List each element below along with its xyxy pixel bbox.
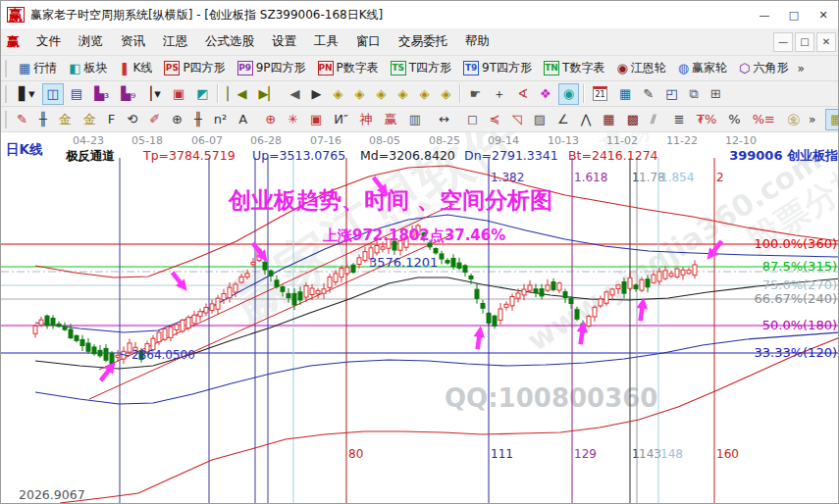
angle-lines-tool[interactable]: ∠: [552, 109, 574, 130]
candle-body: [216, 298, 220, 309]
diamond-expand-button[interactable]: ◈: [414, 83, 434, 105]
color-chart-button[interactable]: ◩: [191, 83, 213, 105]
menu-item-工具[interactable]: 工具: [305, 30, 347, 51]
gold-gann-2-tool[interactable]: 金: [79, 109, 101, 130]
percent-line-tool[interactable]: %≡: [748, 109, 780, 130]
export-image-button[interactable]: ⧉: [685, 83, 704, 105]
gold-circle-tool[interactable]: ㊎: [782, 109, 805, 130]
menu-item-交易委托[interactable]: 交易委托: [390, 30, 456, 51]
first-bar-button[interactable]: ▏◀: [222, 83, 251, 105]
prev-bar-button[interactable]: ◀: [285, 83, 304, 105]
minimize-button[interactable]: —: [750, 2, 779, 28]
ruler-123-tool[interactable]: ▥: [404, 109, 426, 130]
hand-tool-button[interactable]: ☛: [464, 83, 486, 105]
square-cycle-tool[interactable]: ▣: [305, 109, 327, 130]
gann-wheel-button[interactable]: ◉江恩轮: [611, 58, 670, 79]
winner-wheel-button[interactable]: ◍赢家轮: [673, 58, 732, 79]
mdi-close-button[interactable]: ✕: [816, 32, 836, 52]
last-bar-button[interactable]: ▶▏: [253, 83, 283, 105]
toolbar-overflow-chevron[interactable]: »: [806, 113, 818, 126]
t-number-table-button[interactable]: TNT数字表: [539, 58, 609, 79]
ray-fan-tool[interactable]: ≼: [485, 109, 505, 130]
brain-pattern-button[interactable]: ◉: [558, 83, 579, 105]
single-candle-dropdown[interactable]: ⎮▾: [143, 83, 166, 105]
menu-item-文件[interactable]: 文件: [27, 30, 70, 51]
maximize-button[interactable]: □: [779, 2, 809, 28]
diamond-center-button[interactable]: ◈: [436, 83, 455, 105]
spiral-tool[interactable]: ⟲: [122, 109, 142, 130]
quotes-button[interactable]: ▦行情: [14, 58, 62, 79]
yingjia-tool[interactable]: 赢: [380, 109, 402, 130]
ray-box-tool[interactable]: ◹: [507, 109, 527, 130]
memo-button[interactable]: ✎: [638, 83, 658, 105]
menu-item-江恩[interactable]: 江恩: [154, 30, 196, 51]
next-bar-button[interactable]: ▶: [306, 83, 326, 105]
menu-item-设置[interactable]: 设置: [263, 30, 305, 51]
percent-t-tool[interactable]: ₮%: [692, 109, 722, 130]
percent-tool[interactable]: %: [723, 109, 745, 130]
pattern-tool-button[interactable]: ❖: [535, 83, 556, 105]
cross-cycle-tool[interactable]: ⊕: [260, 109, 281, 130]
candle-body: [157, 332, 161, 342]
menu-item-公式选股[interactable]: 公式选股: [196, 30, 263, 51]
nine-p-square-button[interactable]: P99P四方形: [233, 58, 311, 79]
fibonacci-f-tool[interactable]: F: [103, 109, 120, 130]
box-grid-tool[interactable]: ◻: [462, 109, 483, 130]
layout-box-button[interactable]: ▦: [825, 109, 838, 130]
brush-tool[interactable]: ✎: [12, 109, 32, 130]
printer-button[interactable]: ⊞: [706, 83, 726, 105]
hexagon-button[interactable]: ⬡六角形: [734, 58, 793, 79]
mdi-minimize-button[interactable]: —: [773, 32, 793, 52]
diamond-hswap-button[interactable]: ◈: [371, 83, 391, 105]
close-button[interactable]: ✕: [809, 2, 838, 28]
bars-9-button[interactable]: ▙₉: [116, 83, 140, 105]
price-list-tool[interactable]: ≣: [669, 109, 690, 130]
brush-box-icon: ✐: [149, 113, 160, 126]
kline-button[interactable]: ❚K线: [115, 58, 158, 79]
toolbar-overflow-chevron[interactable]: »: [794, 62, 807, 76]
diamond-cross-button[interactable]: ◈: [393, 83, 412, 105]
data-list-button[interactable]: ▤: [66, 83, 87, 105]
crosshair-tool-button[interactable]: ＋: [488, 83, 510, 105]
chart-window-button[interactable]: ◫: [42, 83, 64, 105]
kline-chart-canvas[interactable]: 赢家江恩软件股票分析工具www.yingjia360.com赢家江恩QQ:100…: [1, 132, 839, 503]
sectors-button[interactable]: ◧板块: [64, 58, 112, 79]
grid-big-tool[interactable]: ▦: [598, 109, 619, 130]
fence-2-tool[interactable]: ╫: [189, 109, 207, 130]
pattern-icon: ❖: [540, 87, 551, 100]
circle-cycle-tool[interactable]: ⊕: [167, 109, 187, 130]
grid-arrow-tool[interactable]: ▩: [622, 109, 644, 130]
gold-gann-1-tool[interactable]: 金: [54, 109, 77, 130]
shade-box-tool[interactable]: ▨: [529, 109, 551, 130]
brush-box-tool[interactable]: ✐: [144, 109, 165, 130]
n-square-tool[interactable]: n²: [209, 109, 232, 130]
nine-t-square-button[interactable]: T99T四方形: [458, 58, 537, 79]
menu-item-帮助[interactable]: 帮助: [456, 30, 498, 51]
angle-a-tool[interactable]: A: [234, 109, 252, 130]
mdi-restore-button[interactable]: □: [795, 32, 814, 52]
red-flag-button[interactable]: ▣: [168, 83, 189, 105]
menu-item-窗口[interactable]: 窗口: [347, 30, 390, 51]
angle-ruler-button[interactable]: ∢: [512, 83, 533, 105]
calculator-button[interactable]: ▦: [614, 83, 636, 105]
star-cycle-tool[interactable]: ✳: [283, 109, 303, 130]
candle-body: [663, 271, 667, 278]
kline-style-dropdown[interactable]: ▋▾: [14, 83, 40, 105]
menubar: 赢 文件浏览资讯江恩公式选股设置工具窗口交易委托帮助 —□✕: [1, 28, 838, 56]
bars-3-button[interactable]: ▙₃: [89, 83, 114, 105]
gann-fence-tool[interactable]: ╫: [34, 109, 52, 130]
zigzag-tool[interactable]: ⋀: [576, 109, 597, 130]
diamond-right-button[interactable]: ◈: [349, 83, 369, 105]
save-button[interactable]: ◰: [660, 83, 682, 105]
diamond-left-button[interactable]: ◈: [328, 83, 347, 105]
wave-tool[interactable]: И″: [329, 109, 353, 130]
slant-lines-tool[interactable]: ⫽: [646, 109, 661, 130]
t-square-button[interactable]: TST四方形: [386, 58, 456, 79]
width-tool[interactable]: ↔: [434, 109, 454, 130]
p-square-button[interactable]: PSP四方形: [159, 58, 230, 79]
menu-item-浏览[interactable]: 浏览: [70, 30, 112, 51]
calendar-button[interactable]: 21: [588, 83, 612, 105]
p-number-table-button[interactable]: PNP数字表: [313, 58, 384, 79]
god-tool[interactable]: 神: [355, 109, 378, 130]
menu-item-资讯[interactable]: 资讯: [112, 30, 154, 51]
